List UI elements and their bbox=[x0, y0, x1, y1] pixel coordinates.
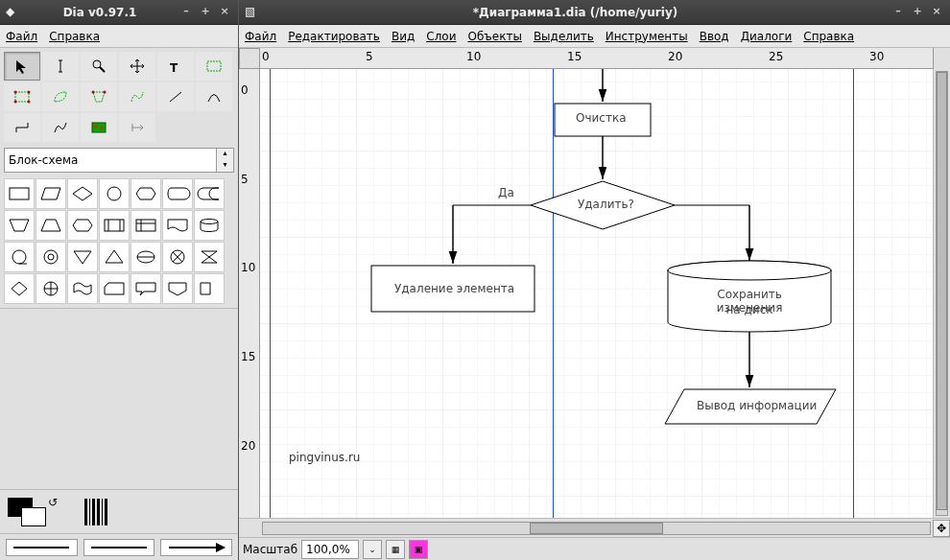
tool-text-cursor[interactable] bbox=[42, 52, 79, 81]
shape-diamond[interactable] bbox=[67, 178, 98, 209]
shape-rect[interactable] bbox=[4, 178, 35, 209]
tool-image[interactable] bbox=[81, 113, 117, 142]
shape-internal[interactable] bbox=[131, 210, 161, 241]
shape-stored[interactable] bbox=[194, 178, 225, 209]
canvas[interactable]: Очистка Удалить? Да Удаление элемента Со… bbox=[260, 69, 933, 518]
svg-point-5 bbox=[14, 91, 17, 94]
shape-circle[interactable] bbox=[99, 178, 130, 209]
shape-hourglass[interactable] bbox=[194, 242, 225, 272]
toolbox-window: ◆ Dia v0.97.1 – + × Файл Справка T ▴▾ bbox=[0, 0, 239, 560]
ruler-vertical[interactable]: 0 5 10 15 20 bbox=[239, 69, 260, 518]
minimize-icon[interactable]: – bbox=[178, 5, 194, 20]
shape-circle-plus[interactable] bbox=[36, 273, 66, 304]
menu-file[interactable]: Файл bbox=[6, 30, 37, 43]
close-icon[interactable]: × bbox=[929, 5, 944, 20]
tool-zigzag[interactable] bbox=[4, 113, 40, 142]
tool-text[interactable]: T bbox=[157, 52, 194, 81]
node-delete[interactable]: Удалить? bbox=[578, 198, 634, 211]
line-weight[interactable] bbox=[83, 539, 155, 556]
menu-help[interactable]: Справка bbox=[803, 30, 854, 43]
diagram-window: ▧ *Диаграмма1.dia (/home/yuriy) – + × Фа… bbox=[239, 0, 950, 560]
shape-predef[interactable] bbox=[99, 210, 130, 241]
swap-icon[interactable]: ↺ bbox=[48, 496, 58, 509]
menu-help[interactable]: Справка bbox=[49, 30, 100, 43]
shape-flag[interactable] bbox=[67, 273, 98, 304]
tool-outline[interactable] bbox=[119, 113, 155, 142]
menu-file[interactable]: Файл bbox=[245, 30, 276, 43]
tool-move[interactable] bbox=[119, 52, 155, 81]
menu-view[interactable]: Вид bbox=[392, 30, 415, 43]
nav-button[interactable]: ✥ bbox=[933, 520, 950, 537]
shape-ellipse-line[interactable] bbox=[131, 242, 161, 272]
tool-arc[interactable] bbox=[196, 82, 232, 111]
close-icon[interactable]: × bbox=[217, 5, 232, 20]
shape-callout[interactable] bbox=[131, 273, 161, 304]
shape-card[interactable] bbox=[99, 273, 130, 304]
snap-grid-toggle[interactable]: ▦ bbox=[386, 540, 405, 559]
menu-tools[interactable]: Инструменты bbox=[606, 30, 688, 43]
node-clean[interactable]: Очистка bbox=[576, 111, 627, 125]
tool-poly-dash[interactable] bbox=[81, 82, 117, 111]
menu-dialogs[interactable]: Диалоги bbox=[741, 30, 793, 43]
shape-circle-x[interactable] bbox=[162, 242, 193, 272]
diagram-title: *Диаграмма1.dia (/home/yuriy) bbox=[264, 6, 887, 19]
tool-box[interactable] bbox=[196, 52, 232, 81]
ruler-corner[interactable] bbox=[239, 48, 260, 69]
shape-pentagon-down[interactable] bbox=[162, 273, 193, 304]
zoom-dropdown[interactable]: ⌄ bbox=[363, 540, 382, 559]
shape-triangle-up[interactable] bbox=[99, 242, 130, 272]
horizontal-scrollbar[interactable] bbox=[262, 522, 931, 535]
menu-edit[interactable]: Редактировать bbox=[288, 30, 380, 43]
maximize-icon[interactable]: + bbox=[198, 5, 213, 20]
shape-cylinder[interactable] bbox=[194, 210, 225, 241]
svg-rect-17 bbox=[105, 220, 124, 231]
chevron-up-icon[interactable]: ▴ bbox=[217, 149, 233, 160]
shape-trap-up[interactable] bbox=[36, 210, 66, 241]
tool-bezier-dash[interactable] bbox=[119, 82, 155, 111]
shape-parallelogram[interactable] bbox=[36, 178, 66, 209]
sheet-spin[interactable]: ▴▾ bbox=[217, 148, 234, 173]
ruler-horizontal[interactable]: 0 5 10 15 20 25 30 bbox=[260, 48, 933, 69]
tool-line[interactable] bbox=[157, 82, 194, 111]
tool-zoom[interactable] bbox=[81, 52, 117, 81]
shape-ring[interactable] bbox=[36, 242, 66, 272]
shape-hex[interactable] bbox=[67, 210, 98, 241]
zoom-field[interactable] bbox=[301, 540, 359, 559]
tool-pointer[interactable] bbox=[4, 52, 40, 81]
diagram-titlebar[interactable]: ▧ *Диаграмма1.dia (/home/yuriy) – + × bbox=[239, 0, 950, 25]
shape-trap-down[interactable] bbox=[4, 210, 35, 241]
menu-select[interactable]: Выделить bbox=[534, 30, 594, 43]
line-pattern[interactable] bbox=[84, 499, 107, 525]
sheet-input[interactable] bbox=[4, 148, 217, 173]
shape-tape-circle[interactable] bbox=[4, 242, 35, 272]
tool-ellipse-dash[interactable] bbox=[42, 82, 79, 111]
shape-diamond2[interactable] bbox=[4, 273, 35, 304]
watermark: pingvinus.ru bbox=[289, 451, 360, 464]
sheet-selector[interactable]: ▴▾ bbox=[4, 148, 234, 173]
toolbox-titlebar[interactable]: ◆ Dia v0.97.1 – + × bbox=[0, 0, 238, 25]
snap-object-toggle[interactable]: ▣ bbox=[409, 540, 428, 559]
shape-triangle-down[interactable] bbox=[67, 242, 98, 272]
menu-objects[interactable]: Объекты bbox=[467, 30, 521, 43]
color-swatch[interactable]: ↺ bbox=[8, 498, 46, 526]
shape-doc[interactable] bbox=[162, 210, 193, 241]
shape-l[interactable] bbox=[194, 273, 225, 304]
svg-rect-15 bbox=[10, 188, 29, 199]
arrow-start[interactable] bbox=[6, 539, 78, 556]
maximize-icon[interactable]: + bbox=[910, 5, 925, 20]
shape-rounded[interactable] bbox=[131, 178, 161, 209]
tool-polyline[interactable] bbox=[42, 113, 79, 142]
menu-layers[interactable]: Слои bbox=[426, 30, 456, 43]
chevron-down-icon[interactable]: ▾ bbox=[217, 160, 233, 172]
svg-point-45 bbox=[668, 261, 831, 280]
tool-rect-dash[interactable] bbox=[4, 82, 40, 111]
minimize-icon[interactable]: – bbox=[891, 5, 906, 20]
node-output[interactable]: Вывод информации bbox=[697, 399, 817, 412]
shape-display[interactable] bbox=[162, 178, 193, 209]
node-del-el[interactable]: Удаление элемента bbox=[394, 282, 514, 295]
menu-input[interactable]: Ввод bbox=[700, 30, 729, 43]
arrow-end[interactable] bbox=[160, 539, 232, 556]
node-save-2[interactable]: на диск bbox=[687, 303, 812, 316]
svg-rect-14 bbox=[100, 126, 104, 130]
vertical-scrollbar[interactable] bbox=[933, 69, 950, 518]
